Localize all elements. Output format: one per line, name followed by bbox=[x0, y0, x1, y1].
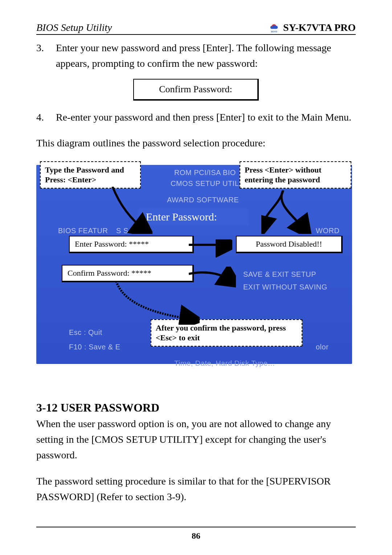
bios-features-label: BIOS FEATUR bbox=[58, 227, 108, 235]
bios-password-menu-label: WORD bbox=[316, 227, 339, 235]
svg-text:SOYO: SOYO bbox=[271, 31, 277, 33]
password-disabled-box: Password Disabled!! bbox=[236, 236, 343, 253]
enter-password-prompt: Enter Password: bbox=[138, 208, 248, 225]
section-3-12-heading: 3-12 USER PASSWORD bbox=[36, 401, 356, 414]
page-header: BIOS Setup Utility SOYO SY-K7VTA PRO bbox=[36, 22, 356, 35]
confirm-password-box: Confirm Password: bbox=[133, 79, 259, 101]
header-right: SOYO SY-K7VTA PRO bbox=[268, 22, 356, 33]
step-4-text: Re-enter your password and then press [E… bbox=[56, 109, 356, 125]
confirm-password-box-diagram: Confirm Password: ***** bbox=[62, 265, 194, 282]
section-3-12-p1: When the user password option is on, you… bbox=[36, 416, 356, 463]
bios-esc-label: Esc : Quit bbox=[69, 328, 102, 337]
page-number: 86 bbox=[192, 531, 200, 540]
bios-pa-label: PA bbox=[298, 227, 307, 235]
annot-after-confirm: After you confirm the password, press <E… bbox=[151, 319, 302, 347]
bios-save-exit-label: SAVE & EXIT SETUP bbox=[243, 270, 316, 279]
annot-press-enter-without: Press <Enter> without entering the passw… bbox=[240, 161, 351, 189]
password-procedure-diagram: ROM PCI/ISA BIO CMOS SETUP UTIL AWARD SO… bbox=[36, 158, 352, 372]
section-3-12-p2: The password setting procedure is simila… bbox=[36, 473, 356, 505]
header-model: SY-K7VTA PRO bbox=[283, 22, 356, 33]
bios-ss-label: S S bbox=[116, 227, 128, 235]
step-3-text: Enter your new password and press [Enter… bbox=[56, 40, 356, 72]
header-left: BIOS Setup Utility bbox=[36, 22, 112, 33]
bios-f10-label: F10 : Save & E bbox=[69, 343, 121, 351]
step-3-number: 3. bbox=[36, 40, 44, 72]
enter-password-box: Enter Password: ***** bbox=[69, 236, 194, 253]
annot-type-password: Type the Password and Press: <Enter> bbox=[40, 161, 141, 189]
bios-rom-label: ROM PCI/ISA BIO bbox=[174, 169, 236, 177]
soyo-logo-icon: SOYO bbox=[268, 22, 280, 33]
diagram-intro: This diagram outlines the password selec… bbox=[36, 135, 356, 151]
bios-award-label: AWARD SOFTWARE bbox=[167, 196, 239, 204]
step-4-number: 4. bbox=[36, 109, 44, 125]
bios-exit-without-label: EXIT WITHOUT SAVING bbox=[243, 283, 327, 291]
bios-cmos-label: CMOS SETUP UTIL bbox=[171, 179, 239, 188]
page-footer: 86 bbox=[36, 527, 356, 541]
bios-time-label: Time, Date, Hard Disk Type… bbox=[174, 359, 275, 368]
bios-olor-label: olor bbox=[316, 343, 328, 351]
ordered-step-3: 3. Enter your new password and press [En… bbox=[36, 40, 356, 72]
ordered-step-4: 4. Re-enter your password and then press… bbox=[36, 109, 356, 125]
